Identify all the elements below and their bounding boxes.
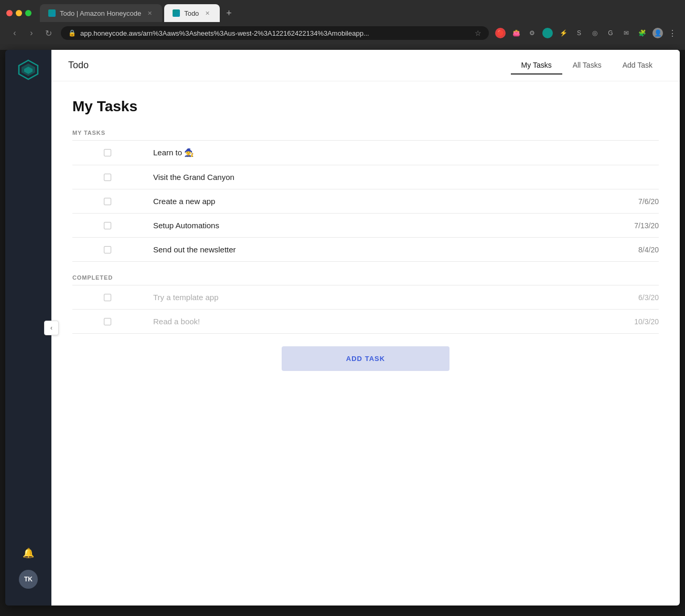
task-name-3: Create a new app <box>153 197 628 206</box>
bookmark-star-icon[interactable]: ☆ <box>475 29 481 37</box>
new-tab-button[interactable]: + <box>222 8 236 18</box>
task-checkbox-4[interactable] <box>104 222 111 229</box>
nav-tab-add-task[interactable]: Add Task <box>612 57 663 75</box>
main-content: Todo My Tasks All Tasks Add Task My Task… <box>51 50 680 606</box>
traffic-light-minimize[interactable] <box>16 10 22 16</box>
my-tasks-list: Learn to 🧙 Visit the Grand Canyon Create… <box>72 140 659 262</box>
more-options-button[interactable]: ⋮ <box>668 28 677 38</box>
task-row: Send out the newsletter 8/4/20 <box>72 238 659 262</box>
task-row: Setup Automations 7/13/20 <box>72 214 659 238</box>
task-checkbox-c2[interactable] <box>104 318 111 325</box>
browser-tab-2[interactable]: Todo ✕ <box>164 4 220 22</box>
task-date-3: 7/6/20 <box>638 197 659 206</box>
toolbar-icon-mail[interactable]: ✉ <box>621 28 632 38</box>
task-checkbox-c1[interactable] <box>104 294 111 301</box>
tab-close-1[interactable]: ✕ <box>145 9 154 17</box>
toolbar-icon-puzzle[interactable]: 🧩 <box>637 28 647 38</box>
page-body: My Tasks MY TASKS Learn to 🧙 Visit the G… <box>51 81 680 606</box>
task-date-c2: 10/3/20 <box>634 317 659 326</box>
task-name-5: Send out the newsletter <box>153 245 628 254</box>
tab-favicon-2 <box>173 9 180 17</box>
back-button[interactable]: ‹ <box>8 28 21 38</box>
refresh-button[interactable]: ↻ <box>42 28 55 38</box>
browser-tab-1[interactable]: Todo | Amazon Honeycode ✕ <box>40 4 162 22</box>
nav-buttons: ‹ › ↻ <box>8 28 55 38</box>
url-bar[interactable]: 🔒 app.honeycode.aws/arn%3Aaws%3Asheets%3… <box>61 26 489 40</box>
task-name-c2: Read a book! <box>153 317 624 326</box>
task-name-1: Learn to 🧙 <box>153 148 648 157</box>
completed-section-label: COMPLETED <box>72 274 659 281</box>
nav-tab-all-tasks[interactable]: All Tasks <box>562 57 612 75</box>
completed-tasks-list: Try a template app 6/3/20 Read a book! 1… <box>72 285 659 334</box>
task-checkbox-3[interactable] <box>104 198 111 205</box>
sidebar-collapse-button[interactable]: ‹ <box>44 321 59 335</box>
tab-favicon-1 <box>48 9 56 17</box>
task-name-2: Visit the Grand Canyon <box>153 173 648 182</box>
page-title: My Tasks <box>72 98 659 115</box>
app-header: Todo My Tasks All Tasks Add Task <box>51 50 680 81</box>
tab-label-1: Todo | Amazon Honeycode <box>60 9 141 17</box>
toolbar-icons: 🔴 👛 ⚙ ⚡ S ◎ G ✉ 🧩 👤 ⋮ <box>495 28 677 38</box>
task-checkbox-1[interactable] <box>104 149 111 156</box>
address-bar: ‹ › ↻ 🔒 app.honeycode.aws/arn%3Aaws%3Ash… <box>0 22 685 44</box>
forward-button[interactable]: › <box>25 28 38 38</box>
lock-icon: 🔒 <box>68 29 76 37</box>
traffic-light-fullscreen[interactable] <box>25 10 31 16</box>
task-date-c1: 6/3/20 <box>638 293 659 302</box>
url-text: app.honeycode.aws/arn%3Aaws%3Asheets%3Au… <box>80 29 470 37</box>
toolbar-icon-profile[interactable]: 👤 <box>652 28 663 38</box>
browser-chrome: Todo | Amazon Honeycode ✕ Todo ✕ + ‹ › ↻… <box>0 0 685 50</box>
task-row: Try a template app 6/3/20 <box>72 285 659 310</box>
add-task-button[interactable]: ADD TASK <box>282 346 449 371</box>
toolbar-icon-wallet[interactable]: 👛 <box>511 28 521 38</box>
nav-tab-my-tasks[interactable]: My Tasks <box>511 57 562 75</box>
app-title: Todo <box>68 60 511 71</box>
toolbar-icon-ext1[interactable]: ⚙ <box>527 28 537 38</box>
task-name-c1: Try a template app <box>153 293 628 302</box>
sidebar-bottom: 🔔 TK <box>19 545 38 597</box>
toolbar-icon-red[interactable]: 🔴 <box>495 28 506 38</box>
traffic-lights <box>6 10 31 16</box>
task-row: Learn to 🧙 <box>72 141 659 165</box>
app-container: ‹ 🔔 TK Todo My Tasks All Tasks Add Task … <box>5 50 680 606</box>
toolbar-icon-ext4[interactable]: ◎ <box>590 28 600 38</box>
my-tasks-section-label: MY TASKS <box>72 130 659 136</box>
toolbar-icon-ext3[interactable]: S <box>574 28 584 38</box>
traffic-light-close[interactable] <box>6 10 13 16</box>
task-row: Visit the Grand Canyon <box>72 165 659 189</box>
task-checkbox-5[interactable] <box>104 246 111 253</box>
tab-bar: Todo | Amazon Honeycode ✕ Todo ✕ + <box>0 0 685 22</box>
task-checkbox-2[interactable] <box>104 174 111 181</box>
sidebar-logo <box>17 58 40 81</box>
task-date-5: 8/4/20 <box>638 246 659 254</box>
nav-tabs: My Tasks All Tasks Add Task <box>511 57 663 75</box>
task-row: Create a new app 7/6/20 <box>72 189 659 214</box>
user-avatar[interactable]: TK <box>19 570 38 589</box>
toolbar-icon-ext5[interactable]: G <box>605 28 616 38</box>
sidebar: ‹ 🔔 TK <box>5 50 51 606</box>
tab-label-2: Todo <box>184 9 199 17</box>
tab-close-2[interactable]: ✕ <box>203 9 211 17</box>
task-row: Read a book! 10/3/20 <box>72 310 659 334</box>
toolbar-icon-ext2[interactable]: ⚡ <box>558 28 569 38</box>
task-date-4: 7/13/20 <box>634 221 659 230</box>
task-name-4: Setup Automations <box>153 221 624 230</box>
toolbar-icon-teal[interactable] <box>542 28 553 38</box>
notification-icon[interactable]: 🔔 <box>20 545 37 561</box>
